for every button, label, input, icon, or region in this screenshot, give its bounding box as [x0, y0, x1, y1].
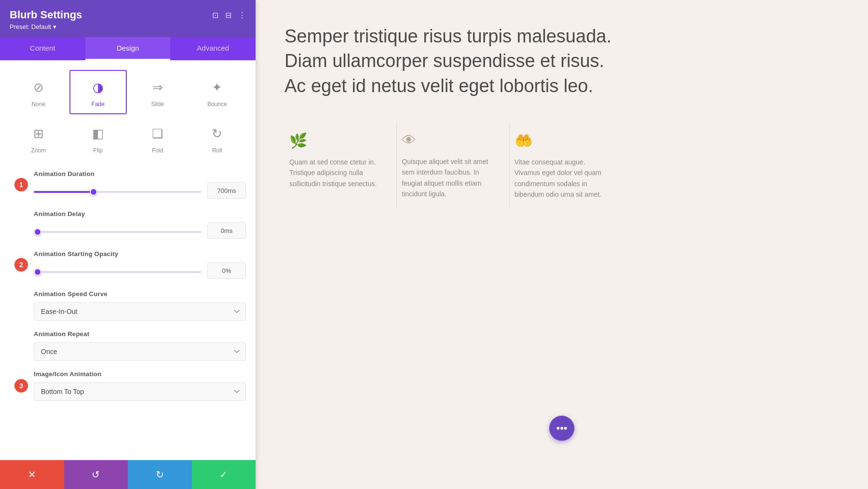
fade-icon: ◑: [87, 77, 108, 98]
icon-animation-section: 3 Image/Icon Animation Bottom To Top Top…: [34, 370, 246, 401]
delay-slider[interactable]: [34, 231, 202, 233]
undo-button[interactable]: ↺: [64, 460, 128, 489]
panel-header-icons: ⊡ ⊟ ⋮: [212, 11, 246, 20]
roll-icon: ↻: [206, 123, 228, 144]
tab-advanced[interactable]: Advanced: [170, 37, 256, 60]
duration-slider-wrap: [34, 186, 202, 195]
anim-roll[interactable]: ↻ Roll: [189, 116, 246, 161]
opacity-section: 2 Animation Starting Opacity 0%: [34, 250, 246, 279]
tab-content[interactable]: Content: [0, 37, 85, 60]
duration-slider-row: 700ms: [34, 182, 246, 199]
step-1-badge: 1: [14, 178, 28, 191]
tab-design[interactable]: Design: [85, 37, 171, 60]
zoom-icon: ⊞: [28, 123, 49, 144]
icon-animation-select[interactable]: Bottom To Top Top To Bottom Left To Righ…: [34, 382, 246, 401]
content-area: Semper tristique risus turpis malesuada.…: [256, 0, 868, 489]
panel-title: Blurb Settings: [10, 9, 82, 21]
delay-value: 0ms: [207, 222, 246, 239]
opacity-slider-row: 0%: [34, 262, 246, 279]
settings-panel: Blurb Settings ⊡ ⊟ ⋮ Preset: Default ▾ C…: [0, 0, 256, 489]
speed-curve-section: Animation Speed Curve Ease-In-Out Linear…: [34, 290, 246, 321]
bounce-icon: ✦: [206, 77, 228, 98]
duration-section: 1 Animation Duration 700ms: [34, 170, 246, 199]
delay-slider-row: 0ms: [34, 222, 246, 239]
focus-icon[interactable]: ⊡: [212, 11, 218, 20]
fold-icon: ❑: [147, 123, 168, 144]
opacity-value: 0%: [207, 262, 246, 279]
repeat-label: Animation Repeat: [34, 330, 246, 338]
delay-section: Animation Delay 0ms: [34, 210, 246, 239]
anim-zoom[interactable]: ⊞ Zoom: [10, 116, 68, 161]
card-1-text: Quam at sed conse ctetur in. Tristique a…: [289, 157, 382, 189]
anim-fade[interactable]: ◑ Fade: [69, 70, 127, 114]
anim-flip[interactable]: ◧ Flip: [69, 116, 127, 161]
save-button[interactable]: ✓: [192, 460, 256, 489]
zoom-label: Zoom: [31, 147, 46, 154]
card-1-icon: 🌿: [289, 132, 382, 149]
delay-label: Animation Delay: [34, 210, 246, 217]
duration-slider[interactable]: [34, 191, 202, 193]
flip-label: Flip: [94, 147, 103, 154]
card-1: 🌿 Quam at sed conse ctetur in. Tristique…: [285, 122, 397, 210]
repeat-select[interactable]: Once Loop Infinite: [34, 342, 246, 361]
redo-button[interactable]: ↻: [128, 460, 192, 489]
fold-label: Fold: [152, 147, 163, 154]
more-icon[interactable]: ⋮: [238, 11, 246, 20]
step-3-badge: 3: [14, 379, 28, 393]
split-icon[interactable]: ⊟: [225, 11, 231, 20]
anim-fold[interactable]: ❑ Fold: [129, 116, 187, 161]
card-3-text: Vitae consequat augue. Vivamus eget dolo…: [515, 157, 608, 200]
card-2-text: Quisque aliquet velit sit amet sem inter…: [402, 156, 494, 200]
opacity-slider-wrap: [34, 266, 202, 275]
roll-label: Roll: [212, 147, 222, 154]
duration-label: Animation Duration: [34, 170, 246, 177]
bounce-label: Bounce: [207, 101, 227, 108]
step-2-badge: 2: [14, 258, 28, 272]
speed-curve-label: Animation Speed Curve: [34, 290, 246, 298]
card-2: 👁 Quisque aliquet velit sit amet sem int…: [397, 122, 509, 210]
hero-text: Semper tristique risus turpis malesuada.…: [285, 24, 622, 98]
opacity-label: Animation Starting Opacity: [34, 250, 246, 258]
repeat-section: Animation Repeat Once Loop Infinite: [34, 330, 246, 361]
delay-slider-wrap: [34, 226, 202, 235]
icon-animation-label: Image/Icon Animation: [34, 370, 246, 378]
panel-footer: ✕ ↺ ↻ ✓: [0, 460, 256, 489]
slide-icon: ⇒: [147, 77, 168, 98]
none-label: None: [31, 101, 45, 108]
animation-style-grid: ⊘ None ◑ Fade ⇒ Slide ✦ Bounce ⊞ Zoom ◧ …: [10, 70, 246, 161]
speed-curve-select[interactable]: Ease-In-Out Linear Ease-In Ease-Out Boun…: [34, 302, 246, 321]
card-3-icon: 🤲: [515, 132, 608, 149]
anim-none[interactable]: ⊘ None: [10, 70, 68, 114]
opacity-slider[interactable]: [34, 271, 202, 273]
panel-preset[interactable]: Preset: Default ▾: [10, 23, 246, 30]
flip-icon: ◧: [87, 123, 108, 144]
cancel-button[interactable]: ✕: [0, 460, 64, 489]
panel-body: ⊘ None ◑ Fade ⇒ Slide ✦ Bounce ⊞ Zoom ◧ …: [0, 60, 256, 460]
card-2-icon: 👁: [402, 132, 494, 149]
slide-label: Slide: [151, 101, 164, 108]
fab-button[interactable]: •••: [549, 416, 574, 441]
card-3: 🤲 Vitae consequat augue. Vivamus eget do…: [510, 122, 622, 210]
fade-label: Fade: [92, 101, 105, 108]
anim-bounce[interactable]: ✦ Bounce: [189, 70, 246, 114]
tabs-bar: Content Design Advanced: [0, 37, 256, 60]
anim-slide[interactable]: ⇒ Slide: [129, 70, 187, 114]
cards-row: 🌿 Quam at sed conse ctetur in. Tristique…: [285, 122, 622, 210]
duration-value: 700ms: [207, 182, 246, 199]
none-icon: ⊘: [28, 77, 49, 98]
panel-header: Blurb Settings ⊡ ⊟ ⋮ Preset: Default ▾: [0, 0, 256, 37]
